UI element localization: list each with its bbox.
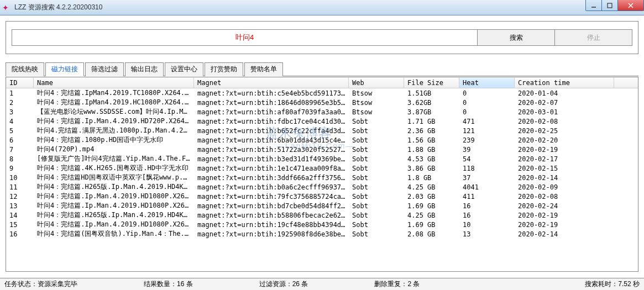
table-row[interactable]: 8[修复版无广告]叶问4完结篇.Yip.Man.4.The.F...magnet… [6, 154, 638, 164]
table-row[interactable]: 2叶问4：完结篇.IpMan4.2019.HC1080P.X264.AC...m… [6, 98, 638, 107]
cell-size: 2.03 GB [404, 193, 459, 201]
table-row[interactable]: 12叶问4：完结篇.Ip.Man.4.2019.HD1080P.X264...m… [6, 192, 638, 201]
tab-3[interactable]: 输出日志 [125, 62, 164, 76]
cell-heat: 121 [459, 127, 515, 135]
cell-magnet: magnet:?xt=urn:btih:b652fc22cffa4d3d0012… [194, 127, 349, 135]
cell-size: 1.71 GB [404, 118, 459, 125]
cell-magnet: magnet:?xt=urn:btih:b0a6c2ecfff96937dfef… [194, 183, 349, 191]
cell-time: 2020-03-01 [515, 108, 614, 116]
cell-web: Sobt [349, 230, 404, 238]
cell-web: Btsow [349, 108, 404, 116]
tab-bar: 院线热映磁力链接筛选过滤输出日志设置中心打赏赞助赞助名单 [6, 62, 638, 76]
grid-body[interactable]: 1叶问4：完结篇.IpMan4.2019.TC1080P.X264.AC...m… [6, 88, 638, 271]
minimize-button[interactable] [585, 0, 602, 11]
cell-id: 16 [6, 230, 34, 238]
table-row[interactable]: 9叶问4：完结篇.4K.H265.国粤双语.HD中字无水印magnet:?xt=… [6, 164, 638, 173]
cell-web: Sobt [349, 212, 404, 219]
tab-0[interactable]: 院线热映 [6, 62, 44, 76]
table-row[interactable]: 1叶问4：完结篇.IpMan4.2019.TC1080P.X264.AC...m… [6, 88, 638, 98]
cell-name: 叶问4：完结篇.IpMan4.2019.HC1080P.X264.AC... [34, 98, 194, 107]
cell-heat: 39 [459, 146, 515, 154]
tab-6[interactable]: 赞助名单 [244, 62, 283, 76]
cell-name: 叶问4：完结篇.Ip.Man.4.2019.HD1080P.X264... [34, 192, 194, 201]
col-header-time[interactable]: Creation time [515, 78, 614, 88]
col-header-id[interactable]: ID [6, 78, 34, 88]
cell-size: 4.25 GB [404, 212, 459, 219]
table-row[interactable]: 13叶问4：完结篇.Ip.Man.4.2019.HD1080P.X264...m… [6, 201, 638, 210]
cell-web: Sobt [349, 202, 404, 210]
cell-id: 5 [6, 127, 34, 135]
cell-web: Btsow [349, 99, 404, 107]
cell-name: 叶问4：完结篇.IpMan4.2019.TC1080P.X264.AC... [34, 88, 194, 98]
table-row[interactable]: 16叶问4：完结篇(国粤双音轨).Yip.Man.4：The...magnet:… [6, 229, 638, 239]
cell-magnet: magnet:?xt=urn:btih:1e1c471eaa009f8ae1d4… [194, 165, 349, 172]
table-row[interactable]: 4叶问4：完结篇.Ip.Man.4.2019.HD720P.X264.A...m… [6, 117, 638, 126]
cell-web: Sobt [349, 221, 404, 229]
search-panel: 搜索 停止 [6, 21, 638, 54]
cell-web: Sobt [349, 146, 404, 154]
cell-magnet: magnet:?xt=urn:btih:fdbc17ce04c41d30779a… [194, 118, 349, 125]
cell-name: 叶问4：完结篇.H265版.Ip.Man.4.2019.HD4K.X... [34, 182, 194, 192]
cell-heat: 118 [459, 165, 515, 172]
col-header-size[interactable]: File Size [404, 78, 459, 88]
cell-web: Btsow [349, 89, 404, 97]
cell-size: 2.36 GB [404, 127, 459, 135]
cell-id: 2 [6, 99, 34, 107]
cell-size: 3.86 GB [404, 165, 459, 172]
cell-id: 11 [6, 183, 34, 191]
table-row[interactable]: 3【蓝光电影论坛www.SSDSSE.com】叶问4.Ip.M4...magne… [6, 107, 638, 117]
cell-size: 4.25 GB [404, 183, 459, 191]
cell-heat: 0 [459, 89, 515, 97]
cell-magnet: magnet:?xt=urn:btih:19cf48e88bb4394d0459… [194, 221, 349, 229]
window-title: LZZ 资源搜索 4.2.2.20200310 [14, 3, 102, 12]
table-row[interactable]: 10叶问4：完结篇HD国粤双语中英双字[飘花www.p...magnet:?xt… [6, 173, 638, 182]
maximize-button[interactable] [601, 0, 618, 11]
search-input[interactable] [12, 29, 478, 46]
cell-id: 7 [6, 146, 34, 154]
cell-size: 1.8 GB [404, 174, 459, 182]
table-row[interactable]: 7叶问4(720P).mp4magnet:?xt=urn:btih:51722a… [6, 145, 638, 154]
stop-button: 停止 [555, 29, 632, 46]
cell-heat: 239 [459, 136, 515, 144]
cell-time: 2020-02-19 [515, 221, 614, 229]
tab-5[interactable]: 打赏赞助 [205, 62, 243, 76]
cell-time: 2020-01-04 [515, 89, 614, 97]
cell-magnet: magnet:?xt=urn:btih:b58806fbecac2e624e86… [194, 212, 349, 219]
col-header-name[interactable]: Name [34, 78, 194, 88]
window-titlebar: ✦ LZZ 资源搜索 4.2.2.20200310 [0, 0, 644, 15]
cell-time: 2020-02-08 [515, 193, 614, 201]
col-header-heat[interactable]: Heat [459, 78, 515, 88]
cell-id: 6 [6, 136, 34, 144]
tab-4[interactable]: 设置中心 [165, 62, 203, 76]
cell-web: Sobt [349, 118, 404, 125]
col-header-web[interactable]: Web [349, 78, 404, 88]
cell-name: 叶问4：完结篇.Ip.Man.4.2019.HD720P.X264.A... [34, 117, 194, 126]
cell-web: Sobt [349, 174, 404, 182]
cell-name: 叶问4：完结篇(国粤双音轨).Yip.Man.4：The... [34, 229, 194, 239]
cell-magnet: magnet:?xt=urn:btih:1925908f8d6e38be104b… [194, 230, 349, 238]
cell-magnet: magnet:?xt=urn:btih:bd7cbe0d54d84ff26c7b… [194, 202, 349, 210]
status-elapsed: 搜索耗时：7.52 秒 [585, 280, 640, 289]
table-row[interactable]: 15叶问4：完结篇.Ip.Man.4.2019.HD1080P.X264...m… [6, 220, 638, 229]
cell-time: 2020-02-17 [515, 155, 614, 163]
tab-1[interactable]: 磁力链接 [45, 62, 84, 76]
close-button[interactable] [617, 0, 644, 11]
status-dedup: 删除重复：2 条 [374, 280, 420, 289]
table-row[interactable]: 6叶问4：完结篇.1080p.HD国语中字无水印magnet:?xt=urn:b… [6, 135, 638, 145]
table-row[interactable]: 5叶问4.完结篇.满屏无黑边.1080p.Ip.Man.4.20...magne… [6, 126, 638, 135]
cell-size: 3.62GB [404, 99, 459, 107]
cell-id: 10 [6, 174, 34, 182]
cell-name: 叶问4：完结篇.1080p.HD国语中字无水印 [34, 135, 194, 145]
cell-id: 8 [6, 155, 34, 163]
cell-web: Sobt [349, 136, 404, 144]
cell-heat: 0 [459, 99, 515, 107]
col-header-magnet[interactable]: Magnet [194, 78, 349, 88]
cell-id: 13 [6, 202, 34, 210]
table-row[interactable]: 11叶问4：完结篇.H265版.Ip.Man.4.2019.HD4K.X...m… [6, 182, 638, 192]
cell-time: 2020-02-25 [515, 127, 614, 135]
search-button[interactable]: 搜索 [478, 29, 555, 46]
cell-id: 14 [6, 212, 34, 219]
cell-magnet: magnet:?xt=urn:btih:18646d089965e3b5f219… [194, 99, 349, 107]
tab-2[interactable]: 筛选过滤 [85, 62, 124, 76]
table-row[interactable]: 14叶问4：完结篇.H265版.Ip.Man.4.2019.HD4K.X...m… [6, 210, 638, 220]
